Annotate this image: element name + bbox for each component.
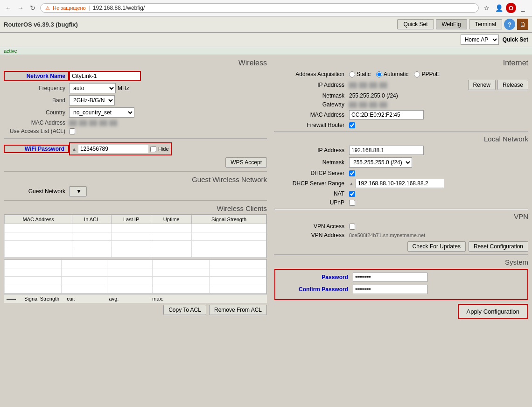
back-button[interactable]: ←	[4, 3, 13, 13]
automatic-option[interactable]: Automatic	[376, 71, 408, 77]
signal-label: Signal Strength	[24, 296, 59, 302]
wps-accept-button[interactable]: WPS Accept	[225, 157, 267, 168]
forward-button[interactable]: →	[16, 3, 25, 13]
band-select[interactable]: 2GHz-B/G/N	[69, 95, 115, 105]
guest-network-label: Guest Network	[4, 188, 69, 195]
dhcp-range-arrow: ▲	[349, 181, 354, 186]
address-bar[interactable]: ⚠ Не защищено | 192.168.88.1/webfig/	[40, 3, 479, 13]
table-row	[5, 285, 266, 294]
upnp-checkbox[interactable]	[349, 200, 355, 206]
local-ip-input[interactable]	[349, 146, 424, 155]
gateway-label: Gateway	[274, 101, 349, 108]
static-option[interactable]: Static	[349, 71, 371, 77]
cur-label: cur:	[67, 296, 75, 302]
system-password-section: Password Confirm Password	[274, 269, 528, 300]
dhcp-range-input[interactable]	[356, 179, 444, 188]
nat-label: NAT	[274, 190, 349, 197]
dhcp-server-checkbox[interactable]	[349, 170, 355, 176]
pppoe-option[interactable]: PPPoE	[414, 71, 440, 77]
check-updates-button[interactable]: Check For Updates	[407, 241, 466, 252]
vpn-address-row: VPN Address 8ce508f24b71.sn.mynetname.ne…	[274, 232, 528, 239]
renew-button[interactable]: Renew	[468, 80, 496, 90]
apply-config-button[interactable]: Apply Configuration	[459, 305, 527, 318]
address-acquisition-options: Static Automatic PPPoE	[349, 71, 440, 77]
clients-table-head: MAC Address In ACL Last IP Uptime Signal…	[5, 215, 266, 224]
confirm-password-input[interactable]	[353, 285, 427, 294]
wireless-clients-header: Wireless Clients	[4, 204, 267, 212]
automatic-label: Automatic	[384, 71, 408, 77]
status-text: active	[4, 48, 17, 54]
header-buttons: Quick Set WebFig Terminal	[397, 19, 502, 29]
star-icon[interactable]: ☆	[482, 3, 492, 13]
frequency-select[interactable]: auto	[69, 83, 116, 93]
local-netmask-select[interactable]: 255.255.255.0 (/24)	[349, 157, 412, 168]
wifi-password-input[interactable]	[78, 145, 148, 153]
table-row	[5, 277, 266, 285]
signal-line-icon	[7, 296, 17, 302]
network-name-input[interactable]	[70, 72, 140, 80]
app-title: RouterOS v6.39.3 (bugfix)	[4, 21, 78, 28]
hide-checkbox[interactable]	[150, 146, 156, 152]
opera-icon[interactable]: O	[506, 3, 516, 13]
terminal-button[interactable]: Terminal	[469, 19, 502, 29]
upnp-label: UPnP	[274, 199, 349, 206]
refresh-button[interactable]: ↻	[28, 3, 37, 13]
firewall-router-checkbox[interactable]	[349, 122, 355, 128]
local-netmask-row: Netmask 255.255.255.0 (/24)	[274, 157, 528, 168]
pppoe-radio[interactable]	[414, 71, 420, 77]
internet-netmask-row: Netmask 255.255.255.0 (/24)	[274, 92, 528, 99]
col-signal: Signal Strength	[192, 215, 266, 224]
copy-acl-button[interactable]: Copy To ACL	[163, 305, 206, 315]
use-acl-checkbox[interactable]	[69, 128, 75, 134]
table-row	[5, 268, 266, 277]
internet-section-header: Internet	[274, 59, 528, 67]
vpn-access-checkbox[interactable]	[349, 224, 355, 230]
main-content: Wireless Network Name Frequency auto MHz…	[0, 55, 532, 407]
country-select[interactable]: no_country_set	[69, 107, 134, 118]
separator-1	[274, 131, 528, 132]
use-acl-label: Use Access List (ACL)	[4, 128, 69, 134]
table-row	[5, 224, 266, 232]
guest-network-dropdown[interactable]: ▼	[69, 186, 87, 196]
confirm-password-row: Confirm Password	[278, 285, 525, 294]
col-acl: In ACL	[72, 215, 111, 224]
address-acquisition-label: Address Acquisition	[274, 71, 349, 77]
browser-toolbar: ← → ↻ ⚠ Не защищено | 192.168.88.1/webfi…	[0, 0, 532, 16]
divider-2	[4, 171, 267, 172]
pppoe-label: PPPoE	[421, 71, 440, 77]
mode-select[interactable]: Home AP	[461, 35, 499, 45]
quickset-label: Quick Set	[503, 36, 528, 43]
extension-icon[interactable]: ⎯	[518, 3, 528, 13]
security-warning-text: Не защищено	[53, 5, 86, 11]
reset-config-button[interactable]: Reset Configuration	[469, 241, 528, 252]
internet-netmask-value: 255.255.255.0 (/24)	[349, 92, 398, 99]
separator-2	[274, 209, 528, 210]
file-button[interactable]: 🗎	[517, 19, 528, 30]
remove-acl-button[interactable]: Remove From ACL	[209, 305, 267, 315]
dhcp-server-label: DHCP Server	[274, 170, 349, 176]
password-input[interactable]	[353, 273, 427, 282]
right-panel: Internet Address Acquisition Static Auto…	[271, 55, 532, 407]
help-button[interactable]: ?	[504, 19, 515, 30]
quick-set-button[interactable]: Quick Set	[397, 19, 434, 29]
wifi-password-wrapper: ▲ Hide	[69, 142, 172, 155]
check-updates-row: Check For Updates Reset Configuration	[274, 241, 528, 252]
network-name-row: Network Name	[4, 71, 267, 81]
browser-icons: ☆ 👤 O ⎯	[482, 3, 528, 13]
webfig-button[interactable]: WebFig	[436, 19, 467, 29]
internet-mac-row: MAC Address	[274, 110, 528, 119]
automatic-radio[interactable]	[376, 71, 382, 77]
clients-table: MAC Address In ACL Last IP Uptime Signal…	[4, 215, 266, 258]
mac-address-value: ██ ██ ██ ██ ██	[69, 120, 118, 126]
nat-checkbox[interactable]	[349, 191, 355, 197]
quickset-bar: Home AP Quick Set	[0, 33, 532, 47]
user-icon[interactable]: 👤	[494, 3, 504, 13]
release-button[interactable]: Release	[497, 80, 528, 90]
static-radio[interactable]	[349, 71, 355, 77]
app-header: RouterOS v6.39.3 (bugfix) Quick Set WebF…	[0, 17, 532, 33]
internet-mac-input[interactable]	[349, 110, 424, 119]
browser-chrome: ← → ↻ ⚠ Не защищено | 192.168.88.1/webfi…	[0, 0, 532, 17]
signal-bar-row: Signal Strength cur: avg: max:	[4, 294, 267, 303]
dhcp-range-row: DHCP Server Range ▲	[274, 179, 528, 188]
security-warning-icon: ⚠	[45, 5, 50, 11]
